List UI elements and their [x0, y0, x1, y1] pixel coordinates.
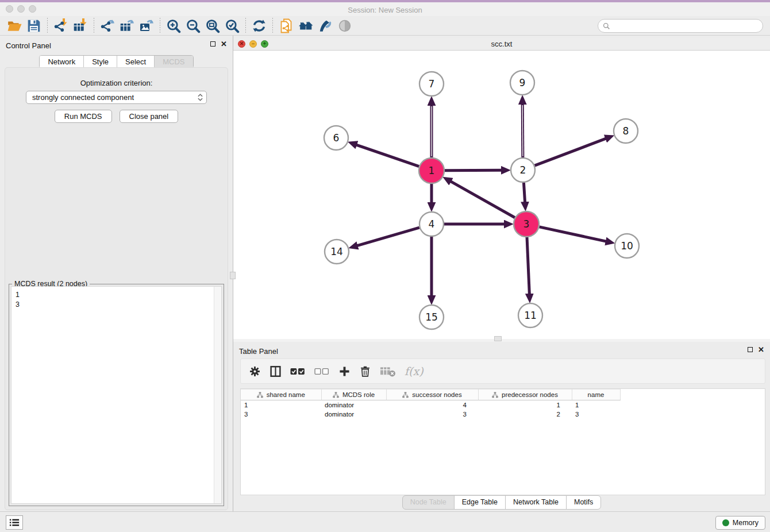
memory-button[interactable]: Memory: [715, 516, 765, 530]
edge-1-6[interactable]: [356, 145, 419, 167]
zoom-in-icon[interactable]: [164, 17, 183, 34]
main-toolbar: [0, 16, 770, 36]
node-label-2: 2: [520, 164, 526, 176]
splitter-grip-vertical[interactable]: [230, 272, 236, 279]
mcds-tab-body: Optimization criterion: strongly connect…: [5, 67, 228, 510]
deselect-all-icon[interactable]: [314, 365, 330, 377]
export-network-icon[interactable]: [98, 17, 117, 34]
select-stepper-icon: [198, 94, 203, 101]
table-row[interactable]: 1dominator411: [241, 400, 627, 410]
cell-predecessor-nodes: 1: [478, 400, 572, 410]
open-session-icon[interactable]: [5, 17, 24, 34]
result-line: 3: [16, 300, 214, 310]
table-panel-tabs: Node TableEdge TableNetwork TableMotifs: [233, 495, 770, 510]
toolbar-separator: [94, 18, 94, 34]
hide-details-icon[interactable]: [335, 17, 355, 34]
search-input[interactable]: [613, 20, 763, 32]
tab-network[interactable]: Network: [40, 56, 84, 68]
control-panel: Control Panel ✕ NetworkStyleSelectMCDS O…: [0, 36, 233, 511]
column-header-successor-nodes[interactable]: successor nodes: [386, 390, 478, 400]
edge-1-2[interactable]: [445, 170, 502, 171]
selected-option: strongly connected component: [32, 93, 198, 102]
column-header-shared-name[interactable]: shared name: [241, 390, 321, 400]
zoom-out-icon[interactable]: [183, 17, 203, 34]
visual-style-icon[interactable]: [315, 17, 335, 34]
tab-mcds[interactable]: MCDS: [155, 56, 192, 68]
node-label-9: 9: [519, 77, 526, 88]
cell-MCDS-role: dominator: [321, 410, 386, 419]
column-header-filler: [620, 390, 627, 400]
application-window: Session: New Session Control Panel ✕ Net…: [0, 0, 770, 532]
splitter-grip-horizontal[interactable]: [494, 336, 502, 341]
table-panel-title: Table Panel: [239, 347, 278, 356]
edge-2-3[interactable]: [523, 183, 525, 202]
toolbar-separator: [160, 18, 160, 34]
edge-4-14[interactable]: [357, 228, 419, 246]
close-panel-button[interactable]: Close panel: [120, 110, 179, 123]
tab-motifs[interactable]: Motifs: [566, 495, 601, 510]
toolbar-separator: [272, 18, 273, 34]
save-session-icon[interactable]: [24, 17, 44, 34]
optimization-criterion-label: Optimization criterion:: [5, 79, 228, 87]
delete-row-icon[interactable]: [359, 365, 371, 377]
columns-icon[interactable]: [270, 365, 282, 377]
optimization-criterion-select[interactable]: strongly connected component: [26, 91, 207, 104]
gear-icon[interactable]: [249, 365, 261, 377]
open-network-file-icon[interactable]: [276, 17, 296, 34]
add-row-icon[interactable]: [338, 365, 351, 377]
tab-node-table[interactable]: Node Table: [402, 495, 455, 510]
import-network-icon[interactable]: [51, 17, 71, 34]
memory-status-icon: [722, 519, 729, 526]
task-history-button[interactable]: [6, 515, 23, 530]
edge-gap: [522, 105, 523, 156]
search-icon: [603, 22, 610, 30]
column-header-predecessor-nodes[interactable]: predecessor nodes: [478, 390, 572, 400]
table-panel-buttons: ✕: [748, 346, 764, 353]
edge-3-1[interactable]: [451, 182, 515, 218]
node-label-8: 8: [623, 125, 629, 137]
toolbar-separator: [47, 18, 48, 34]
cell-filler: [620, 400, 627, 410]
node-label-14: 14: [330, 246, 343, 257]
search-box: [598, 19, 763, 33]
mcds-result-area: 13: [11, 286, 222, 504]
edge-2-8[interactable]: [535, 138, 606, 165]
zoom-selected-icon[interactable]: [222, 17, 242, 34]
edge-3-10[interactable]: [539, 227, 606, 241]
node-label-1: 1: [429, 165, 435, 176]
close-table-panel-icon[interactable]: ✕: [758, 346, 764, 353]
network-graph[interactable]: 7968124314101511: [233, 51, 770, 339]
export-table-icon[interactable]: [117, 17, 137, 34]
cell-successor-nodes: 4: [386, 400, 478, 410]
import-table-icon[interactable]: [71, 17, 90, 34]
select-all-icon[interactable]: [290, 365, 306, 377]
mcds-result-lines: 13: [11, 287, 214, 503]
node-label-4: 4: [429, 218, 435, 230]
column-header-MCDS-role[interactable]: MCDS role: [321, 390, 386, 400]
cell-MCDS-role: dominator: [321, 400, 386, 410]
network-window: ✕ − + scc.txt 7968124314101511: [233, 38, 770, 342]
refresh-icon[interactable]: [249, 17, 269, 34]
tab-network-table[interactable]: Network Table: [505, 495, 567, 510]
column-header-name[interactable]: name: [572, 390, 620, 400]
float-table-panel-icon[interactable]: [748, 347, 753, 352]
tab-style[interactable]: Style: [84, 56, 117, 68]
home-icon[interactable]: [296, 17, 315, 34]
export-image-icon[interactable]: [137, 17, 156, 34]
cell-successor-nodes: 3: [386, 410, 478, 419]
node-label-7: 7: [429, 78, 435, 90]
tab-edge-table[interactable]: Edge Table: [454, 495, 506, 510]
edge-3-11[interactable]: [527, 237, 529, 294]
table-row[interactable]: 3dominator323: [241, 410, 627, 419]
network-canvas[interactable]: 7968124314101511: [233, 51, 770, 339]
run-mcds-button[interactable]: Run MCDS: [55, 110, 112, 123]
cell-shared-name: 3: [241, 410, 321, 419]
node-label-10: 10: [621, 240, 633, 252]
result-scrollbar[interactable]: [214, 287, 221, 503]
float-panel-icon[interactable]: [210, 41, 215, 47]
cell-filler: [620, 410, 627, 419]
node-label-3: 3: [523, 218, 530, 230]
close-panel-icon[interactable]: ✕: [221, 41, 227, 47]
tab-select[interactable]: Select: [117, 56, 155, 68]
zoom-fit-icon[interactable]: [203, 17, 222, 34]
